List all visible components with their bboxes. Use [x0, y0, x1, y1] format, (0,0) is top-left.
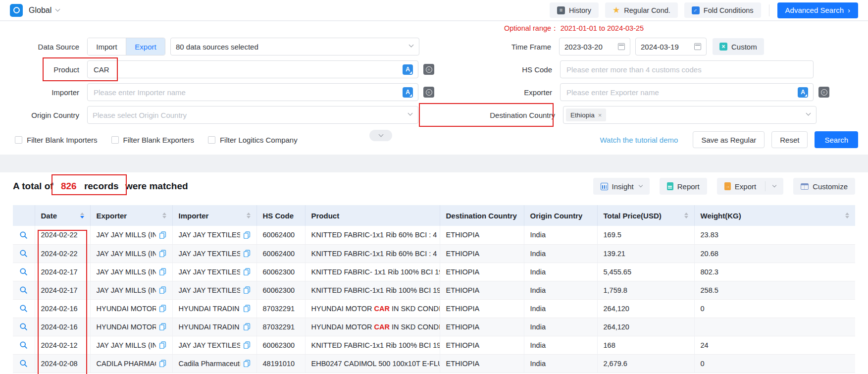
cell-origin-country: India: [524, 336, 597, 354]
cell-destination-country: ETHIOPIA: [440, 354, 524, 373]
view-detail-icon[interactable]: [19, 341, 28, 349]
data-source-select[interactable]: 80 data sources selected: [170, 38, 419, 55]
start-date-input[interactable]: 2023-03-20: [559, 38, 630, 55]
checkbox[interactable]: [111, 136, 119, 144]
copy-icon[interactable]: [159, 268, 166, 275]
cell-date: 2024-02-22: [35, 226, 90, 244]
copy-icon[interactable]: [243, 323, 251, 330]
export-button-group[interactable]: → Export: [717, 178, 783, 195]
copy-icon[interactable]: [159, 323, 166, 330]
copy-icon[interactable]: [243, 305, 251, 312]
copy-icon[interactable]: [243, 360, 251, 367]
destination-country-select[interactable]: Ethiopia ×: [563, 106, 817, 124]
history-button[interactable]: ≡ History: [550, 2, 599, 18]
copy-icon[interactable]: [159, 305, 166, 312]
view-detail-icon[interactable]: [19, 359, 28, 368]
origin-country-select[interactable]: Please select Origin Country: [87, 106, 418, 124]
column-header-date[interactable]: Date: [35, 205, 90, 226]
import-tab[interactable]: Import: [88, 38, 126, 55]
customize-button[interactable]: Customize: [793, 178, 855, 195]
copy-icon[interactable]: [243, 250, 251, 257]
column-header-weight[interactable]: Weight(KG): [694, 205, 855, 226]
cell-product: KNITTED FABRIC-1x1 Rib 100% BCI 190: [305, 281, 440, 299]
translate-icon[interactable]: A: [798, 87, 808, 98]
table-body: 2024-02-22JAY JAY MILLS (INDIJAY JAY TEX…: [13, 226, 855, 373]
importer-input[interactable]: [93, 88, 403, 97]
copy-icon[interactable]: [159, 341, 166, 349]
checkbox[interactable]: [208, 136, 215, 144]
copy-icon[interactable]: [159, 231, 166, 239]
copy-icon[interactable]: [243, 268, 251, 275]
copy-icon[interactable]: [159, 250, 166, 257]
column-header-total-price[interactable]: Total Price(USD): [597, 205, 694, 226]
view-detail-icon[interactable]: [19, 231, 28, 239]
copy-icon[interactable]: [159, 360, 166, 367]
exact-match-icon[interactable]: =: [423, 87, 434, 98]
cell-destination-country: ETHIOPIA: [440, 244, 524, 263]
cell-date: 2024-02-16: [35, 299, 90, 318]
view-detail-icon[interactable]: [19, 249, 28, 258]
exporter-input[interactable]: [565, 88, 798, 97]
copy-icon[interactable]: [243, 231, 251, 239]
tutorial-demo-link[interactable]: Watch the tutorial demo: [600, 136, 678, 144]
view-detail-icon[interactable]: [19, 304, 28, 313]
insight-button[interactable]: Insight: [593, 178, 650, 195]
table-row: 2024-02-17JAY JAY MILLS (INDIJAY JAY TEX…: [13, 281, 855, 299]
sort-icon[interactable]: [162, 213, 166, 219]
advanced-search-button[interactable]: Advanced Search ›: [777, 2, 858, 18]
view-detail-icon[interactable]: [19, 286, 28, 294]
cell-hs-code: 60062400: [256, 244, 305, 263]
hs-code-input-wrap: [560, 60, 814, 78]
filter-row: Filter Blank Importers Filter Blank Expo…: [0, 131, 868, 149]
filter-blank-exporters: Filter Blank Exporters: [111, 136, 194, 144]
cell-date: 2024-02-08: [35, 354, 90, 373]
copy-icon[interactable]: [159, 286, 166, 294]
remove-tag-icon[interactable]: ×: [598, 111, 602, 119]
column-header-importer[interactable]: Importer: [172, 205, 256, 226]
search-button[interactable]: Search: [815, 131, 858, 148]
history-icon: ≡: [557, 6, 565, 14]
sort-icon[interactable]: [845, 213, 849, 219]
chevron-down-icon[interactable]: [55, 7, 60, 12]
export-tab[interactable]: Export: [126, 38, 165, 55]
translate-icon[interactable]: A: [403, 64, 413, 75]
hs-code-input[interactable]: [565, 65, 808, 74]
table-row: 2024-02-22JAY JAY MILLS (INDIJAY JAY TEX…: [13, 244, 855, 263]
calendar-icon: [694, 43, 701, 50]
chevron-down-icon[interactable]: [772, 183, 776, 187]
report-button[interactable]: Report: [660, 178, 707, 195]
export-icon: →: [724, 182, 731, 190]
custom-range-button[interactable]: × Custom: [713, 38, 764, 55]
regular-cond-button[interactable]: ★ Regular Cond.: [605, 2, 678, 18]
column-header-origin-country: Origin Country: [524, 205, 597, 226]
exact-match-icon[interactable]: =: [818, 87, 829, 98]
copy-icon[interactable]: [243, 286, 251, 294]
cell-weight: 0: [694, 354, 855, 373]
region-selector-label[interactable]: Global: [29, 6, 51, 15]
cell-importer: JAY JAY TEXTILES: [172, 226, 256, 244]
importer-input-wrap: A: [87, 83, 418, 101]
collapse-conditions-button[interactable]: [369, 130, 392, 141]
view-detail-icon[interactable]: [19, 322, 28, 331]
checkbox[interactable]: [15, 136, 22, 144]
fold-conditions-button[interactable]: ↕ Fold Conditions: [684, 2, 761, 18]
sort-icon[interactable]: [684, 213, 688, 219]
sort-icon[interactable]: [80, 213, 84, 219]
view-detail-icon[interactable]: [19, 267, 28, 276]
product-input[interactable]: [93, 65, 403, 74]
filter-logitics-company: Filter Logitics Company: [208, 136, 298, 144]
cell-importer: JAY JAY TEXTILES: [172, 244, 256, 263]
column-header-exporter[interactable]: Exporter: [90, 205, 172, 226]
reset-button[interactable]: Reset: [771, 131, 808, 148]
results-table: Date Exporter Importer HS Code Product D…: [13, 205, 855, 373]
cell-exporter: JAY JAY MILLS (INDI: [90, 336, 172, 354]
translate-icon[interactable]: A: [403, 87, 413, 98]
copy-icon[interactable]: [243, 341, 251, 349]
cell-product: KNITTED FABRIC- 1x1 Rib 100% BCI 19: [305, 263, 440, 281]
sort-icon[interactable]: [247, 213, 251, 219]
cell-origin-country: India: [524, 281, 597, 299]
exact-match-icon[interactable]: =: [423, 64, 434, 75]
end-date-input[interactable]: 2024-03-19: [635, 38, 707, 55]
save-as-regular-button[interactable]: Save as Regular: [693, 131, 765, 148]
column-header-destination-country: Destination Country: [440, 205, 524, 226]
